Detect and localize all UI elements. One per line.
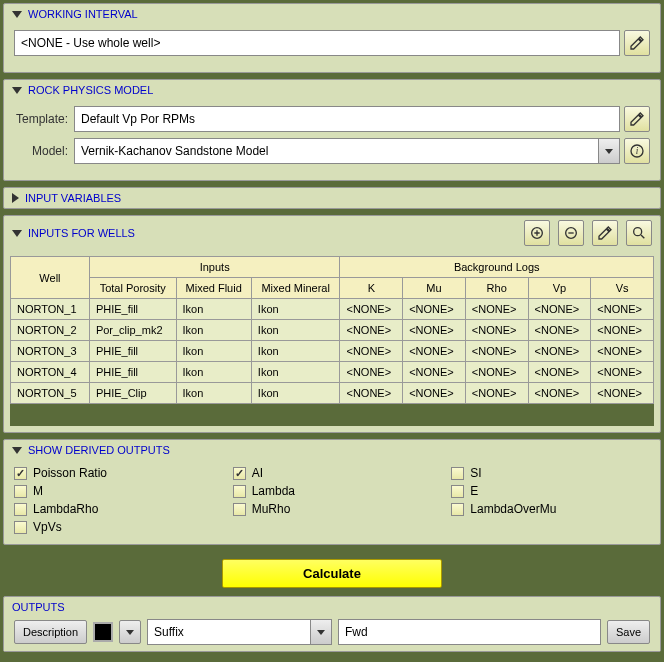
checkbox[interactable] bbox=[233, 503, 246, 516]
rock-physics-header[interactable]: ROCK PHYSICS MODEL bbox=[4, 80, 660, 100]
description-button[interactable]: Description bbox=[14, 620, 87, 644]
table-row[interactable]: NORTON_2Por_clip_mk2IkonIkon<NONE><NONE>… bbox=[11, 320, 654, 341]
table-cell[interactable]: <NONE> bbox=[340, 383, 403, 404]
model-info-button[interactable]: i bbox=[624, 138, 650, 164]
pencil-icon bbox=[597, 225, 613, 241]
table-row[interactable]: NORTON_1PHIE_fillIkonIkon<NONE><NONE><NO… bbox=[11, 299, 654, 320]
table-cell[interactable]: Ikon bbox=[176, 383, 251, 404]
checkbox-item[interactable]: MuRho bbox=[233, 502, 432, 516]
col-well: Well bbox=[11, 257, 90, 299]
remove-button[interactable] bbox=[558, 220, 584, 246]
table-cell[interactable]: <NONE> bbox=[591, 362, 654, 383]
checkbox[interactable] bbox=[451, 467, 464, 480]
suffix-mode-select[interactable] bbox=[147, 619, 310, 645]
table-cell[interactable]: Por_clip_mk2 bbox=[89, 320, 176, 341]
checkbox-item[interactable]: LambdaOverMu bbox=[451, 502, 650, 516]
table-cell[interactable]: Ikon bbox=[251, 341, 340, 362]
table-cell[interactable]: Ikon bbox=[176, 320, 251, 341]
table-cell[interactable]: Ikon bbox=[176, 299, 251, 320]
table-cell[interactable]: NORTON_4 bbox=[11, 362, 90, 383]
table-cell[interactable]: <NONE> bbox=[528, 320, 591, 341]
table-cell[interactable]: <NONE> bbox=[403, 320, 466, 341]
checkbox[interactable] bbox=[14, 521, 27, 534]
table-cell[interactable]: NORTON_5 bbox=[11, 383, 90, 404]
table-cell[interactable]: <NONE> bbox=[465, 320, 528, 341]
checkbox-item[interactable]: Lambda bbox=[233, 484, 432, 498]
color-dropdown[interactable] bbox=[119, 620, 141, 644]
input-variables-header[interactable]: INPUT VARIABLES bbox=[4, 188, 660, 208]
table-cell[interactable]: Ikon bbox=[251, 362, 340, 383]
col-rho: Rho bbox=[465, 278, 528, 299]
checkbox-item[interactable]: LambdaRho bbox=[14, 502, 213, 516]
checkbox[interactable] bbox=[233, 467, 246, 480]
checkbox-item[interactable]: SI bbox=[451, 466, 650, 480]
table-cell[interactable]: <NONE> bbox=[528, 383, 591, 404]
table-cell[interactable]: <NONE> bbox=[403, 299, 466, 320]
suffix-mode-dropdown[interactable] bbox=[310, 619, 332, 645]
table-cell[interactable]: PHIE_fill bbox=[89, 341, 176, 362]
table-cell[interactable]: <NONE> bbox=[403, 341, 466, 362]
checkbox[interactable] bbox=[14, 467, 27, 480]
checkbox[interactable] bbox=[14, 485, 27, 498]
checkbox-item[interactable]: E bbox=[451, 484, 650, 498]
checkbox[interactable] bbox=[451, 485, 464, 498]
table-cell[interactable]: Ikon bbox=[251, 383, 340, 404]
template-input[interactable] bbox=[74, 106, 620, 132]
table-cell[interactable]: <NONE> bbox=[591, 341, 654, 362]
table-cell[interactable]: <NONE> bbox=[403, 362, 466, 383]
table-row[interactable]: NORTON_3PHIE_fillIkonIkon<NONE><NONE><NO… bbox=[11, 341, 654, 362]
inputs-wells-header[interactable]: INPUTS FOR WELLS bbox=[4, 216, 660, 250]
table-cell[interactable]: <NONE> bbox=[340, 320, 403, 341]
table-cell[interactable]: <NONE> bbox=[591, 383, 654, 404]
table-cell[interactable]: PHIE_Clip bbox=[89, 383, 176, 404]
checkbox-item[interactable]: VpVs bbox=[14, 520, 213, 534]
table-row[interactable]: NORTON_4PHIE_fillIkonIkon<NONE><NONE><NO… bbox=[11, 362, 654, 383]
color-picker[interactable] bbox=[93, 622, 113, 642]
table-cell[interactable]: Ikon bbox=[176, 341, 251, 362]
table-cell[interactable]: <NONE> bbox=[465, 341, 528, 362]
suffix-input[interactable] bbox=[338, 619, 601, 645]
table-cell[interactable]: NORTON_3 bbox=[11, 341, 90, 362]
table-cell[interactable]: <NONE> bbox=[403, 383, 466, 404]
table-cell[interactable]: Ikon bbox=[251, 320, 340, 341]
working-interval-input[interactable] bbox=[14, 30, 620, 56]
table-cell[interactable]: NORTON_1 bbox=[11, 299, 90, 320]
template-edit-button[interactable] bbox=[624, 106, 650, 132]
table-cell[interactable]: <NONE> bbox=[528, 341, 591, 362]
checkbox-item[interactable]: Poisson Ratio bbox=[14, 466, 213, 480]
checkbox[interactable] bbox=[14, 503, 27, 516]
table-cell[interactable]: <NONE> bbox=[528, 299, 591, 320]
table-cell[interactable]: PHIE_fill bbox=[89, 299, 176, 320]
table-cell[interactable]: <NONE> bbox=[465, 299, 528, 320]
table-cell[interactable]: <NONE> bbox=[340, 341, 403, 362]
derived-outputs-header[interactable]: SHOW DERIVED OUTPUTS bbox=[4, 440, 660, 460]
checkbox[interactable] bbox=[451, 503, 464, 516]
table-cell[interactable]: PHIE_fill bbox=[89, 362, 176, 383]
edit-wells-button[interactable] bbox=[592, 220, 618, 246]
model-dropdown-button[interactable] bbox=[598, 138, 620, 164]
search-button[interactable] bbox=[626, 220, 652, 246]
table-cell[interactable]: <NONE> bbox=[591, 320, 654, 341]
table-cell[interactable]: <NONE> bbox=[465, 362, 528, 383]
working-interval-header[interactable]: WORKING INTERVAL bbox=[4, 4, 660, 24]
checkbox-item[interactable]: AI bbox=[233, 466, 432, 480]
table-cell[interactable]: <NONE> bbox=[340, 299, 403, 320]
checkbox[interactable] bbox=[233, 485, 246, 498]
table-cell[interactable]: <NONE> bbox=[528, 362, 591, 383]
table-cell[interactable]: <NONE> bbox=[340, 362, 403, 383]
table-cell[interactable]: NORTON_2 bbox=[11, 320, 90, 341]
edit-button[interactable] bbox=[624, 30, 650, 56]
outputs-panel: OUTPUTS Description Save bbox=[3, 596, 661, 652]
checkbox-item[interactable]: M bbox=[14, 484, 213, 498]
col-tp: Total Porosity bbox=[89, 278, 176, 299]
add-button[interactable] bbox=[524, 220, 550, 246]
table-cell[interactable]: <NONE> bbox=[465, 383, 528, 404]
save-button[interactable]: Save bbox=[607, 620, 650, 644]
table-cell[interactable]: Ikon bbox=[176, 362, 251, 383]
calculate-button[interactable]: Calculate bbox=[222, 559, 442, 588]
model-input[interactable] bbox=[74, 138, 598, 164]
table-cell[interactable]: <NONE> bbox=[591, 299, 654, 320]
expand-icon bbox=[12, 11, 22, 18]
table-row[interactable]: NORTON_5PHIE_ClipIkonIkon<NONE><NONE><NO… bbox=[11, 383, 654, 404]
table-cell[interactable]: Ikon bbox=[251, 299, 340, 320]
